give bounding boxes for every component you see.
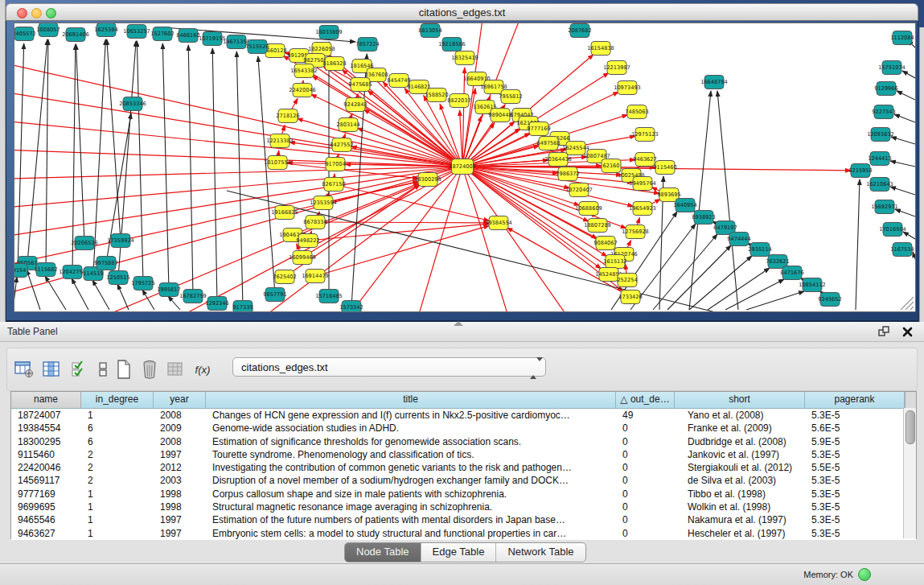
table-cell[interactable]: 2012	[154, 461, 206, 474]
graph-node[interactable]: 8471676	[780, 266, 803, 280]
graph-node[interactable]: 9777169	[527, 122, 550, 136]
table-cell[interactable]: 1	[81, 513, 154, 526]
graph-node[interactable]: 1250515	[106, 271, 129, 285]
graph-node[interactable]: 16154838	[587, 42, 614, 56]
graph-node[interactable]: 7955812	[499, 90, 522, 104]
table-cell[interactable]: 2	[81, 448, 154, 461]
table-cell[interactable]: 0	[616, 474, 675, 487]
graph-node[interactable]: 12756928	[622, 225, 649, 239]
tab-node-table[interactable]: Node Table	[345, 543, 421, 562]
graph-node[interactable]: 7515526	[245, 40, 269, 54]
table-cell[interactable]: 0	[616, 448, 675, 461]
scrollbar-thumb[interactable]	[906, 410, 915, 444]
graph-node[interactable]: 12042757	[59, 266, 86, 279]
table-cell[interactable]: 5.6E-5	[805, 422, 905, 435]
table-cell[interactable]: Jankovic et al. (1997)	[675, 448, 805, 461]
graph-node[interactable]: 19218586	[438, 38, 466, 51]
table-cell[interactable]: 9115460	[11, 448, 81, 461]
graph-node[interactable]: 1008057	[36, 23, 60, 37]
table-cell[interactable]: 5.9E-5	[805, 435, 905, 448]
graph-node[interactable]: 12213383	[266, 134, 294, 148]
table-cell[interactable]: de Silva et al. (2003)	[675, 474, 805, 487]
table-cell[interactable]: Hescheler et al. (1997)	[675, 527, 805, 540]
graph-node[interactable]: 18807289	[584, 219, 611, 233]
graph-node[interactable]: 917335	[232, 301, 253, 312]
graph-node[interactable]: 39154	[14, 264, 27, 278]
table-cell[interactable]: 14569117	[11, 474, 81, 487]
graph-node[interactable]: 19654923	[629, 202, 656, 216]
graph-node[interactable]: 1640954	[673, 199, 696, 212]
graph-node[interactable]: 8678334	[303, 216, 326, 229]
graph-node[interactable]: 17359924	[107, 234, 134, 248]
graph-node[interactable]: 9242848	[343, 98, 367, 112]
graph-node[interactable]: 9975887	[94, 257, 117, 270]
table-cell[interactable]: 5.3E-5	[805, 513, 905, 526]
table-row[interactable]: 1938455462009Genome-wide association stu…	[11, 422, 916, 435]
table-cell[interactable]: Nakamura et al. (1997)	[675, 513, 805, 526]
column-header-short[interactable]: short	[675, 392, 805, 408]
graph-node[interactable]: 16782759	[179, 290, 207, 303]
graph-node[interactable]: 16914479	[302, 270, 329, 283]
graph-node[interactable]: 1995817	[157, 283, 180, 297]
graph-node[interactable]: 19495764	[629, 177, 656, 191]
table-cell[interactable]: 1	[81, 501, 154, 513]
canvas-resize-grip[interactable]	[906, 302, 914, 310]
graph-node[interactable]: 9227343	[872, 105, 895, 119]
graph-node[interactable]: 9498222	[296, 234, 319, 248]
graph-node[interactable]: 1115682	[34, 263, 57, 277]
table-cell[interactable]: Tourette syndrome. Phenomenology and cla…	[206, 448, 616, 461]
graph-node[interactable]: 2718126	[276, 109, 299, 123]
table-row[interactable]: 2242004622012Investigating the contribut…	[11, 461, 916, 474]
table-row[interactable]: 1830029562008Estimation of significance …	[11, 435, 916, 448]
graph-node[interactable]: 10719155	[199, 32, 226, 46]
graph-node[interactable]: 1588520	[425, 89, 448, 102]
table-cell[interactable]: 19384554	[11, 422, 81, 435]
graph-node[interactable]: 6497568	[536, 137, 560, 150]
graph-node[interactable]: 252254	[617, 274, 637, 287]
graph-node[interactable]: 8186328	[322, 57, 346, 71]
table-cell[interactable]: 2003	[154, 474, 206, 487]
table-cell[interactable]: 22420046	[11, 461, 81, 474]
table-cell[interactable]: 1	[81, 527, 154, 540]
tab-edge-table[interactable]: Edge Table	[421, 543, 497, 562]
table-cell[interactable]: 5.3E-5	[805, 448, 905, 461]
graph-node[interactable]: 8215958	[848, 164, 872, 178]
table-cell[interactable]: 0	[616, 513, 675, 526]
function-builder-icon[interactable]: f(x)	[192, 359, 213, 380]
table-cell[interactable]: Embryonic stem cells: a model to study s…	[206, 527, 616, 540]
table-cell[interactable]: Stergiakouli et al. (2012)	[675, 461, 805, 474]
table-cell[interactable]: 18724007	[11, 409, 81, 422]
graph-node[interactable]: 10973493	[614, 81, 641, 95]
table-cell[interactable]: Dudbridge et al. (2008)	[675, 435, 805, 448]
table-row[interactable]: 969969511998Structural magnetic resonanc…	[11, 501, 916, 513]
graph-node[interactable]: 16099469	[289, 251, 316, 265]
table-row[interactable]: 977716911998Corpus callosum shape and si…	[11, 488, 916, 501]
table-cell[interactable]: 5.5E-5	[805, 461, 905, 474]
graph-node[interactable]: 20206526	[71, 237, 98, 250]
table-cell[interactable]: 5.3E-5	[805, 501, 905, 513]
graph-node[interactable]: 12093832	[867, 128, 894, 142]
table-cell[interactable]: 2009	[154, 422, 206, 435]
canvas-resize-grip[interactable]	[910, 307, 914, 310]
column-header-pagerank[interactable]: pagerank	[805, 392, 905, 408]
table-cell[interactable]: Genome-wide association studies in ADHD.	[206, 422, 616, 435]
graph-node[interactable]: 1615132	[603, 255, 626, 269]
vertical-scrollbar[interactable]	[903, 408, 916, 538]
graph-node[interactable]: 1167534	[890, 243, 914, 257]
network-window-titlebar[interactable]: citations_edges.txt	[6, 3, 918, 21]
table-cell[interactable]: 2	[81, 461, 154, 474]
graph-node[interactable]: 1733426	[618, 290, 642, 304]
graph-node[interactable]: 19384554	[485, 216, 512, 230]
table-cell[interactable]: 1998	[154, 488, 206, 501]
graph-node[interactable]: 9474444	[727, 233, 750, 246]
table-cell[interactable]: 18300295	[11, 435, 81, 448]
graph-node[interactable]: 16033809	[315, 26, 343, 39]
column-header-name[interactable]: name	[11, 392, 81, 408]
table-cell[interactable]: 1997	[154, 513, 206, 526]
graph-node[interactable]: 2803144	[336, 118, 359, 132]
graph-node[interactable]: 7857224	[355, 38, 379, 51]
graph-node[interactable]: 12975123	[631, 128, 659, 142]
table-cell[interactable]: 6	[81, 435, 154, 448]
graph-node[interactable]: 10688609	[575, 202, 602, 216]
graph-node[interactable]: 15692971	[871, 200, 898, 214]
